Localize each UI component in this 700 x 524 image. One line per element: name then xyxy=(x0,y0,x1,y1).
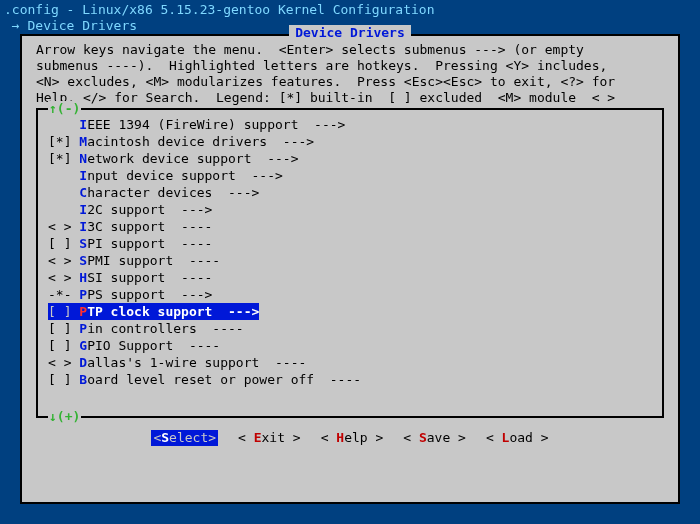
menu-list[interactable]: IEEE 1394 (FireWire) support --->[*] Mac… xyxy=(38,110,662,392)
menu-item-label: Board level reset or power off ---- xyxy=(79,372,361,387)
menu-item-label: Pin controllers ---- xyxy=(79,321,243,336)
menu-item-mark: [ ] xyxy=(48,321,79,336)
scroll-up-indicator[interactable]: ↑(-) xyxy=(48,101,81,117)
menu-item[interactable]: [ ] SPI support ---- xyxy=(38,235,662,252)
help-text: Arrow keys navigate the menu. <Enter> se… xyxy=(22,36,678,108)
menu-item-mark xyxy=(48,185,79,200)
menu-item-label: Input device support ---> xyxy=(79,168,283,183)
menuconfig-window: Device Drivers Arrow keys navigate the m… xyxy=(20,34,680,504)
menu-box: ↑(-) IEEE 1394 (FireWire) support --->[*… xyxy=(36,108,664,418)
menu-item-label: SPMI support ---- xyxy=(79,253,220,268)
config-title-line1: .config - Linux/x86 5.15.23-gentoo Kerne… xyxy=(0,0,700,18)
menu-item-label: Network device support ---> xyxy=(79,151,298,166)
menu-item-mark: < > xyxy=(48,253,79,268)
menu-item-label: GPIO Support ---- xyxy=(79,338,220,353)
menu-item-mark: [ ] xyxy=(48,372,79,387)
menu-item[interactable]: < > HSI support ---- xyxy=(38,269,662,286)
action-button[interactable]: < Help > xyxy=(321,430,384,446)
action-button[interactable]: < Load > xyxy=(486,430,549,446)
action-button[interactable]: <Select> xyxy=(151,430,218,446)
menu-item-mark xyxy=(48,202,79,217)
menu-item-label: PTP clock support ---> xyxy=(79,303,259,320)
menu-item[interactable]: I2C support ---> xyxy=(38,201,662,218)
menu-item[interactable]: < > I3C support ---- xyxy=(38,218,662,235)
menu-item-mark xyxy=(48,168,79,183)
menu-item-mark: [ ] xyxy=(48,303,79,320)
menu-item-mark: [ ] xyxy=(48,236,79,251)
menu-item[interactable]: [ ] GPIO Support ---- xyxy=(38,337,662,354)
menu-item-label: PPS support ---> xyxy=(79,287,212,302)
menu-item[interactable]: [ ] Board level reset or power off ---- xyxy=(38,371,662,388)
button-bar: <Select>< Exit >< Help >< Save >< Load > xyxy=(22,418,678,454)
menu-item[interactable]: [ ] Pin controllers ---- xyxy=(38,320,662,337)
menu-item[interactable]: Character devices ---> xyxy=(38,184,662,201)
terminal: .config - Linux/x86 5.15.23-gentoo Kerne… xyxy=(0,0,700,524)
menu-item[interactable]: < > Dallas's 1-wire support ---- xyxy=(38,354,662,371)
menu-item-mark: < > xyxy=(48,355,79,370)
menu-item[interactable]: -*- PPS support ---> xyxy=(38,286,662,303)
action-button[interactable]: < Save > xyxy=(403,430,466,446)
menu-item[interactable]: [ ] PTP clock support ---> xyxy=(38,303,662,320)
menu-item[interactable]: IEEE 1394 (FireWire) support ---> xyxy=(38,116,662,133)
menu-item-label: SPI support ---- xyxy=(79,236,212,251)
menu-item-mark: [ ] xyxy=(48,338,79,353)
menu-item[interactable]: < > SPMI support ---- xyxy=(38,252,662,269)
menu-item[interactable]: Input device support ---> xyxy=(38,167,662,184)
action-button[interactable]: < Exit > xyxy=(238,430,301,446)
menu-item-label: Character devices ---> xyxy=(79,185,259,200)
menu-item-label: IEEE 1394 (FireWire) support ---> xyxy=(79,117,345,132)
menu-item-label: I2C support ---> xyxy=(79,202,212,217)
menu-item-mark: < > xyxy=(48,219,79,234)
menu-item-mark xyxy=(48,117,79,132)
menu-item-mark: [*] xyxy=(48,151,79,166)
menu-item-mark: [*] xyxy=(48,134,79,149)
menu-item-mark: < > xyxy=(48,270,79,285)
menu-item[interactable]: [*] Network device support ---> xyxy=(38,150,662,167)
scroll-down-indicator[interactable]: ↓(+) xyxy=(48,409,81,425)
menu-item[interactable]: [*] Macintosh device drivers ---> xyxy=(38,133,662,150)
menu-item-mark: -*- xyxy=(48,287,79,302)
menu-item-label: HSI support ---- xyxy=(79,270,212,285)
menu-item-label: I3C support ---- xyxy=(79,219,212,234)
menu-item-label: Macintosh device drivers ---> xyxy=(79,134,314,149)
menu-item-label: Dallas's 1-wire support ---- xyxy=(79,355,306,370)
